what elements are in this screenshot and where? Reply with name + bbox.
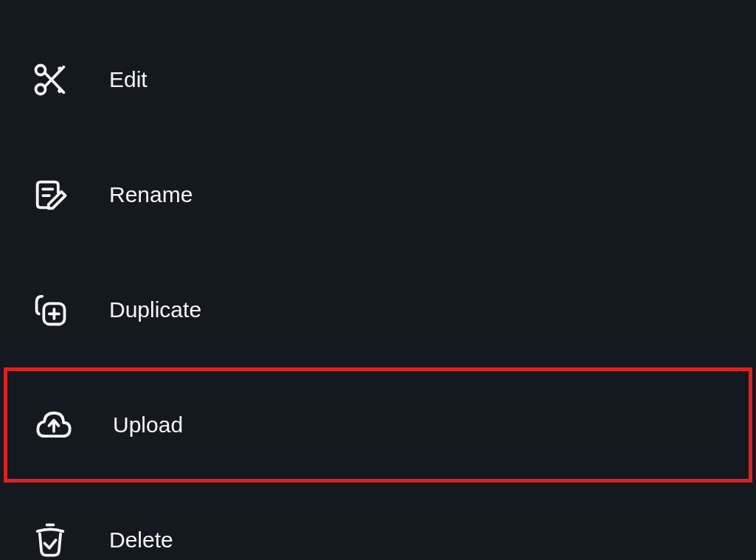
menu-item-label: Delete xyxy=(109,528,173,553)
menu-item-label: Upload xyxy=(113,412,183,438)
context-menu: Edit Rename Duplicate xyxy=(0,0,756,560)
svg-point-4 xyxy=(58,66,61,70)
svg-point-5 xyxy=(58,89,61,92)
menu-item-label: Rename xyxy=(109,182,193,207)
menu-item-edit[interactable]: Edit xyxy=(0,22,756,137)
edit-note-icon xyxy=(30,174,71,215)
menu-item-rename[interactable]: Rename xyxy=(0,137,756,252)
menu-item-upload[interactable]: Upload xyxy=(4,367,752,483)
menu-item-duplicate[interactable]: Duplicate xyxy=(0,252,756,367)
cloud-upload-icon xyxy=(33,404,74,446)
scissors-icon xyxy=(30,59,71,100)
menu-item-label: Edit xyxy=(109,67,148,92)
menu-item-delete[interactable]: Delete xyxy=(0,483,756,560)
menu-item-label: Duplicate xyxy=(109,297,201,322)
copy-plus-icon xyxy=(30,289,71,331)
trash-icon xyxy=(30,519,71,560)
